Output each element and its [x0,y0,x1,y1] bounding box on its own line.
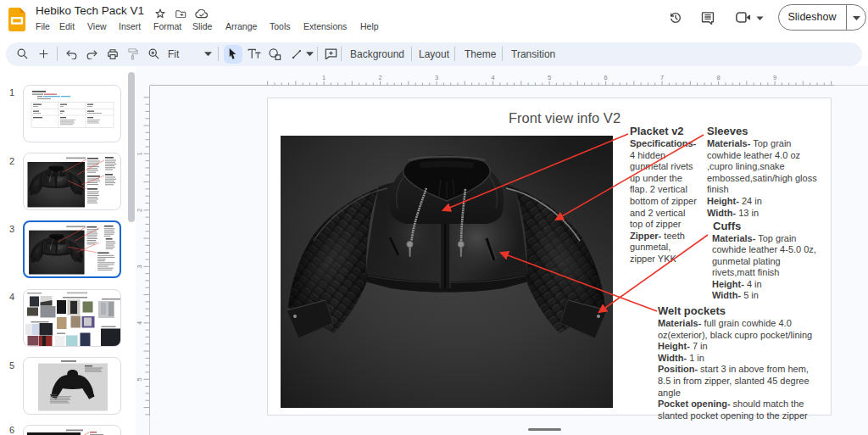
svg-text:9: 9 [773,74,776,81]
svg-text:8: 8 [717,74,721,81]
svg-text:4: 4 [492,74,495,81]
svg-text:4: 4 [136,321,143,325]
svg-text:2: 2 [136,209,143,212]
svg-text:2: 2 [379,74,382,81]
svg-text:7: 7 [660,74,664,81]
svg-text:5: 5 [136,377,143,381]
svg-text:3: 3 [435,74,438,81]
svg-text:6: 6 [604,74,608,81]
svg-text:1: 1 [322,74,326,81]
svg-text:1: 1 [136,152,143,155]
svg-text:5: 5 [548,74,551,81]
svg-text:3: 3 [136,265,143,268]
